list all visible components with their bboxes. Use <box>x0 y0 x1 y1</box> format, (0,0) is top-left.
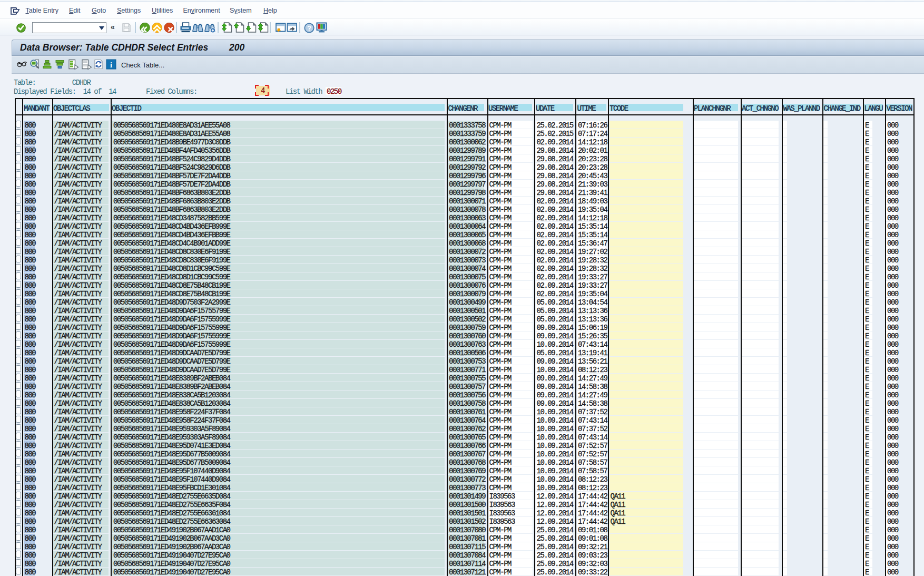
svg-text:i: i <box>110 61 112 69</box>
svg-text:?: ? <box>307 25 311 32</box>
